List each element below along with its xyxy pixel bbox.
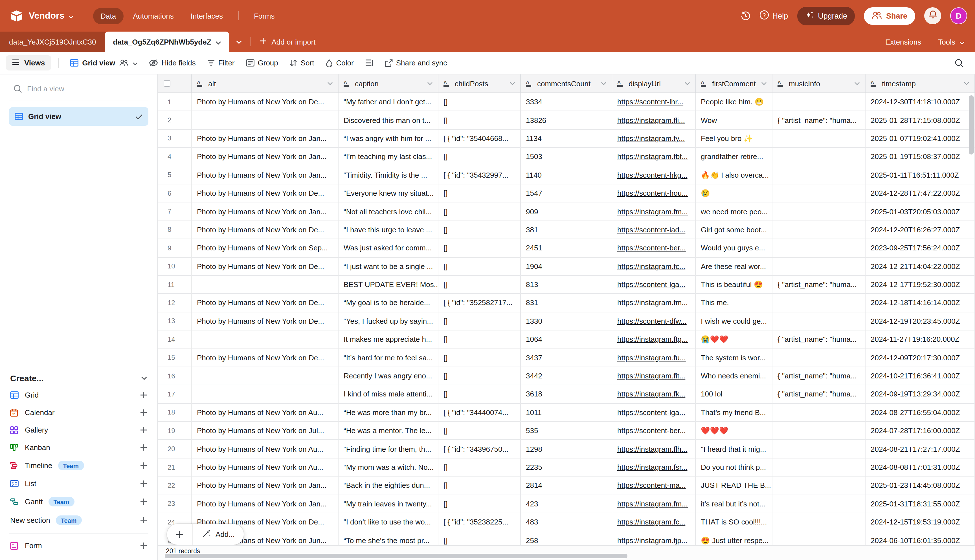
cell-firstComment[interactable]: People like him. 😬	[696, 93, 773, 111]
cell-firstComment[interactable]: it’s real but it’s not...	[696, 495, 773, 513]
tab-data[interactable]: Data	[93, 8, 123, 24]
cell-displayUrl[interactable]: https://scontent-lhr...	[612, 93, 696, 111]
tools-button[interactable]: Tools	[938, 38, 965, 46]
cell-timestamp[interactable]: 2024-07-28T17:16:00.000Z	[866, 422, 975, 440]
table-tab-active[interactable]: data_Og5Zq6ZPNhWb5ydeZ	[105, 32, 229, 52]
url-link[interactable]: https://scontent-ber...	[617, 244, 686, 252]
cell-musicInfo[interactable]	[773, 166, 866, 184]
url-link[interactable]: https://instagram.fu...	[617, 353, 686, 362]
row-number[interactable]: 7	[158, 203, 192, 220]
cell-commentsCount[interactable]: 1011	[521, 403, 612, 421]
cell-commentsCount[interactable]: 1330	[521, 312, 612, 330]
cell-commentsCount[interactable]: 381	[521, 221, 612, 238]
cell-firstComment[interactable]: JUST READ THE B...	[696, 477, 773, 494]
cell-musicInfo[interactable]	[773, 257, 866, 275]
cell-caption[interactable]: “He was more than my br...	[339, 403, 438, 421]
cell-alt[interactable]	[192, 367, 339, 385]
cell-alt[interactable]: Photo by Humans of New York on Au...	[192, 403, 339, 421]
cell-firstComment[interactable]: we need more peo...	[696, 203, 773, 220]
chevron-down-icon[interactable]	[601, 82, 606, 85]
row-number[interactable]: 11	[158, 276, 192, 293]
cell-alt[interactable]	[192, 330, 339, 348]
tab-automations[interactable]: Automations	[125, 8, 181, 24]
cell-caption[interactable]: “It’s hard for me to feel sa...	[339, 349, 438, 367]
url-link[interactable]: https://instagram.fsr...	[617, 463, 688, 472]
ai-add-button[interactable]: Add...	[193, 529, 244, 540]
row-number[interactable]: 5	[158, 166, 192, 184]
cell-firstComment[interactable]: grandfather retire...	[696, 148, 773, 165]
cell-commentsCount[interactable]: 2235	[521, 458, 612, 476]
url-link[interactable]: https://instagram.ftg...	[617, 335, 688, 344]
cell-musicInfo[interactable]	[773, 513, 866, 531]
cell-timestamp[interactable]: 2024-10-21T16:36:41.000Z	[866, 367, 975, 385]
cell-caption[interactable]: “My mom was a witch. No...	[339, 458, 438, 476]
cell-firstComment[interactable]: Would you guys e...	[696, 239, 773, 257]
cell-alt[interactable]	[192, 385, 339, 403]
cell-commentsCount[interactable]: 535	[521, 422, 612, 440]
column-header-firstComment[interactable]: AfirstComment	[696, 75, 773, 92]
cell-caption[interactable]: “My father and I don’t get...	[339, 93, 438, 111]
cell-timestamp[interactable]: 2024-12-17T19:52:30.000Z	[866, 276, 975, 293]
chevron-down-icon[interactable]	[427, 82, 433, 85]
cell-caption[interactable]: “My train leaves in twenty...	[339, 495, 438, 513]
cell-commentsCount[interactable]: 483	[521, 513, 612, 531]
cell-displayUrl[interactable]: https://instagram.fm...	[612, 495, 696, 513]
url-link[interactable]: https://instagram.fm...	[617, 207, 688, 216]
cell-caption[interactable]: “I just want to be a single ...	[339, 257, 438, 275]
cell-alt[interactable]: Photo by Humans of New York on Jan...	[192, 166, 339, 184]
cell-caption[interactable]: “He was a mentor. The le...	[339, 422, 438, 440]
cell-timestamp[interactable]: 2025-01-23T14:45:08.000Z	[866, 477, 975, 494]
chevron-down-icon[interactable]	[854, 82, 860, 85]
cell-displayUrl[interactable]: https://scontent-dfw...	[612, 312, 696, 330]
url-link[interactable]: https://scontent-iad...	[617, 226, 685, 234]
cell-musicInfo[interactable]	[773, 532, 866, 545]
cell-displayUrl[interactable]: https://instagram.fbf...	[612, 148, 696, 165]
filter-button[interactable]: Filter	[202, 55, 239, 70]
cell-childPosts[interactable]: []	[438, 148, 521, 165]
cell-firstComment[interactable]: 100 lol	[696, 385, 773, 403]
cell-displayUrl[interactable]: https://scontent-lga...	[612, 403, 696, 421]
cell-caption[interactable]: “My goal is to be heralde...	[339, 294, 438, 312]
row-number[interactable]: 12	[158, 294, 192, 312]
cell-childPosts[interactable]: []	[438, 239, 521, 257]
cell-commentsCount[interactable]: 423	[521, 495, 612, 513]
cell-firstComment[interactable]: This is beautiful 😍	[696, 276, 773, 293]
cell-timestamp[interactable]: 2024-12-30T14:18:10.000Z	[866, 93, 975, 111]
row-number[interactable]: 17	[158, 385, 192, 403]
cell-timestamp[interactable]: 2024-08-27T16:55:04.000Z	[866, 403, 975, 421]
row-number[interactable]: 4	[158, 148, 192, 165]
cell-displayUrl[interactable]: https://instagram.fu...	[612, 349, 696, 367]
cell-commentsCount[interactable]: 1298	[521, 440, 612, 458]
cell-musicInfo[interactable]	[773, 93, 866, 111]
hide-fields-button[interactable]: Hide fields	[144, 55, 200, 70]
airtable-logo[interactable]	[10, 10, 23, 22]
row-height-button[interactable]	[361, 56, 378, 70]
cell-childPosts[interactable]: []	[438, 477, 521, 494]
cell-alt[interactable]: Photo by Humans of New York on Jan...	[192, 148, 339, 165]
share-and-sync-button[interactable]: Share and sync	[380, 55, 452, 70]
create-item-gallery[interactable]: Gallery	[9, 421, 149, 439]
cell-displayUrl[interactable]: https://instagram.fit...	[612, 367, 696, 385]
cell-caption[interactable]: BEST UPDATE EVER! Mos...	[339, 276, 438, 293]
cell-musicInfo[interactable]	[773, 403, 866, 421]
row-number[interactable]: 21	[158, 458, 192, 476]
cell-alt[interactable]	[192, 112, 339, 129]
cell-commentsCount[interactable]: 1503	[521, 148, 612, 165]
cell-alt[interactable]	[192, 276, 339, 293]
cell-displayUrl[interactable]: https://scontent-iad...	[612, 221, 696, 238]
cell-alt[interactable]: Photo by Humans of New York on De...	[192, 294, 339, 312]
create-item-timeline[interactable]: TimelineTeam	[9, 456, 149, 475]
cell-musicInfo[interactable]: { "artist_name": "huma...	[773, 367, 866, 385]
cell-childPosts[interactable]: [ { "id": "35404668...	[438, 130, 521, 147]
cell-childPosts[interactable]: [ { "id": "352582717...	[438, 294, 521, 312]
add-record-button[interactable]	[167, 524, 193, 545]
cell-musicInfo[interactable]	[773, 221, 866, 238]
column-header-childPosts[interactable]: AchildPosts	[438, 75, 521, 92]
url-link[interactable]: https://instagram.flh...	[617, 445, 688, 453]
tab-interfaces[interactable]: Interfaces	[184, 8, 230, 24]
cell-alt[interactable]: Photo by Humans of New York on Jan...	[192, 203, 339, 220]
cell-timestamp[interactable]: 2023-09-25T17:56:24.000Z	[866, 239, 975, 257]
plus-icon[interactable]	[140, 480, 147, 487]
row-number[interactable]: 14	[158, 330, 192, 348]
cell-firstComment[interactable]: Girl got some boot...	[696, 221, 773, 238]
